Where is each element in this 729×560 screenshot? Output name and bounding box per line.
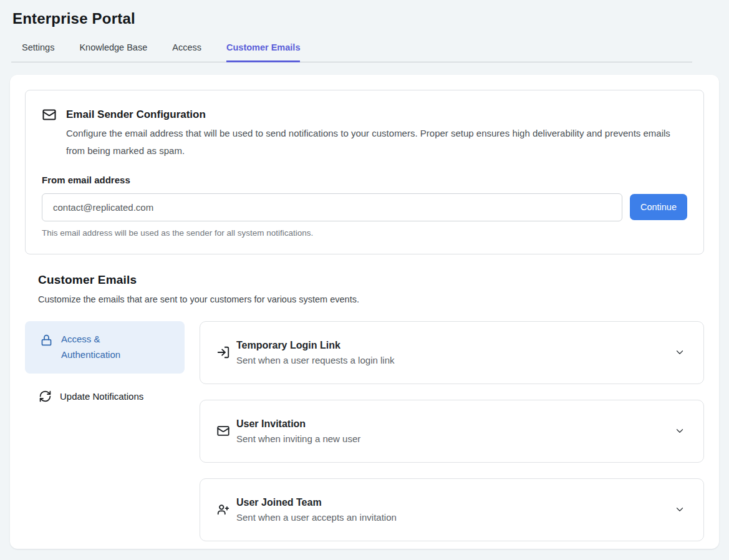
chevron-down-icon[interactable] — [674, 347, 685, 358]
from-email-label: From email address — [42, 175, 687, 185]
continue-button[interactable]: Continue — [630, 194, 687, 220]
mail-icon — [216, 424, 230, 438]
category-label: Access & Authentication — [61, 331, 161, 364]
lock-icon — [40, 334, 53, 347]
config-card-description: Configure the email address that will be… — [66, 125, 680, 160]
template-title: User Invitation — [236, 418, 360, 430]
customer-emails-heading: Customer Emails — [38, 273, 704, 287]
tab-bar: Settings Knowledge Base Access Customer … — [11, 42, 692, 62]
from-email-helper-text: This email address will be used as the s… — [42, 228, 687, 238]
login-icon — [216, 345, 230, 359]
page-title: Enterprise Portal — [12, 10, 729, 27]
template-user-joined-team[interactable]: User Joined Team Sent when a user accept… — [200, 478, 704, 541]
chevron-down-icon[interactable] — [674, 425, 685, 437]
template-subtitle: Sent when inviting a new user — [236, 433, 360, 444]
config-card-title: Email Sender Configuration — [66, 109, 206, 121]
mail-icon — [42, 107, 57, 122]
user-plus-icon — [216, 503, 230, 516]
tab-settings[interactable]: Settings — [22, 42, 54, 62]
email-template-list: Temporary Login Link Sent when a user re… — [200, 321, 704, 541]
tab-knowledge-base[interactable]: Knowledge Base — [79, 42, 147, 62]
category-label: Update Notifications — [60, 391, 143, 402]
tab-access[interactable]: Access — [172, 42, 201, 62]
template-subtitle: Sent when a user requests a login link — [236, 355, 394, 365]
tab-customer-emails[interactable]: Customer Emails — [226, 42, 300, 62]
template-temporary-login-link[interactable]: Temporary Login Link Sent when a user re… — [200, 321, 704, 384]
main-panel: Email Sender Configuration Configure the… — [10, 75, 719, 549]
customer-emails-subtitle: Customize the emails that are sent to yo… — [38, 294, 704, 304]
chevron-down-icon[interactable] — [674, 504, 685, 515]
category-access-authentication[interactable]: Access & Authentication — [25, 321, 185, 374]
template-subtitle: Sent when a user accepts an invitation — [236, 512, 397, 523]
email-category-list: Access & Authentication Update Notificat… — [25, 321, 185, 541]
email-sender-config-card: Email Sender Configuration Configure the… — [25, 90, 704, 254]
template-user-invitation[interactable]: User Invitation Sent when inviting a new… — [200, 400, 704, 463]
refresh-icon — [39, 390, 52, 403]
from-email-input[interactable] — [42, 193, 622, 221]
category-update-notifications[interactable]: Update Notifications — [25, 385, 185, 408]
template-title: User Joined Team — [236, 497, 397, 508]
template-title: Temporary Login Link — [236, 340, 394, 351]
